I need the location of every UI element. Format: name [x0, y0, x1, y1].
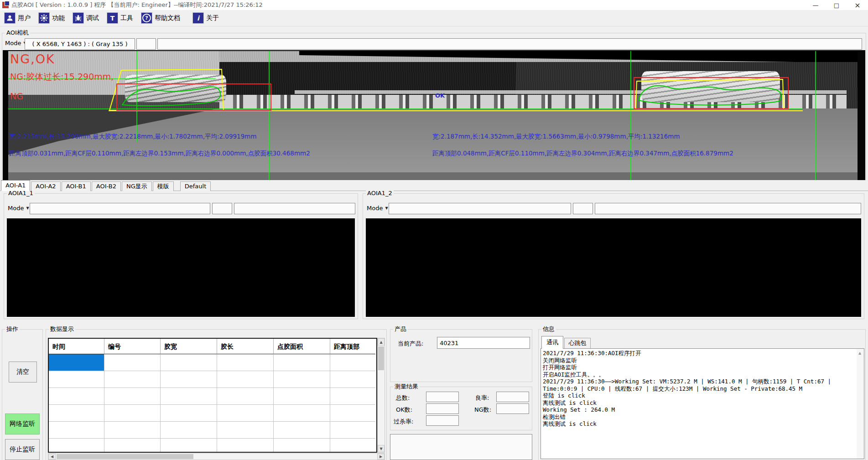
operation-group-label: 操作 [5, 326, 20, 332]
table-cell[interactable] [217, 405, 274, 422]
table-cell[interactable] [274, 422, 330, 439]
column-header-length[interactable]: 胶长 [217, 339, 274, 354]
table-cell[interactable] [274, 371, 330, 388]
tools-button[interactable]: T 工具 [107, 13, 133, 23]
column-header-id[interactable]: 编号 [104, 339, 161, 354]
aoia1-1-mode-dropdown[interactable]: Mode ▼ [8, 205, 29, 212]
scroll-left-icon[interactable]: ◀ [48, 454, 56, 460]
table-cell[interactable] [217, 422, 274, 439]
table-cell[interactable] [49, 371, 104, 388]
aoia1-2-mode-dropdown[interactable]: Mode ▼ [367, 205, 388, 212]
debug-button[interactable]: 调试 [73, 13, 99, 23]
current-product-input[interactable]: 40231 [437, 337, 530, 349]
table-cell[interactable] [330, 354, 375, 371]
table-cell[interactable] [330, 422, 375, 439]
table-cell[interactable] [217, 388, 274, 405]
table-cell[interactable] [104, 422, 161, 439]
table-cell-selected[interactable] [49, 354, 104, 371]
ok-count-field[interactable] [426, 403, 459, 414]
table-cell[interactable] [104, 439, 161, 453]
function-button[interactable]: 功能 [39, 13, 65, 23]
table-cell[interactable] [161, 405, 217, 422]
table-cell[interactable] [330, 388, 375, 405]
stop-listen-button[interactable]: 停止监听 [5, 439, 40, 460]
table-cell[interactable] [217, 354, 274, 371]
chevron-down-icon: ▼ [26, 206, 29, 210]
total-count-field[interactable] [426, 392, 459, 402]
table-cell[interactable] [104, 388, 161, 405]
tab-ng-display[interactable]: NG显示 [122, 181, 152, 191]
column-header-top-dist[interactable]: 距离顶部 [330, 339, 375, 354]
table-cell[interactable] [104, 371, 161, 388]
table-vertical-scrollbar[interactable]: ▲ ▼ [377, 338, 385, 453]
scroll-up-icon[interactable]: ▲ [857, 350, 863, 356]
scrollbar-thumb[interactable] [57, 454, 193, 459]
table-cell[interactable] [217, 439, 274, 453]
table-cell[interactable] [161, 422, 217, 439]
tab-default[interactable]: Default [180, 181, 211, 191]
column-header-area[interactable]: 点胶面积 [274, 339, 330, 354]
log-scrollbar[interactable]: ▲ [857, 349, 864, 459]
table-cell[interactable] [161, 388, 217, 405]
yield-field[interactable] [496, 392, 529, 402]
tab-aoi-a1[interactable]: AOI-A1 [1, 180, 30, 191]
help-button[interactable]: ? 帮助文档 [141, 13, 180, 23]
aoia1-2-field-2[interactable] [573, 203, 593, 214]
aoia1-1-field-3[interactable] [234, 203, 355, 214]
table-cell[interactable] [161, 354, 217, 371]
table-cell[interactable] [49, 422, 104, 439]
table-cell[interactable] [274, 405, 330, 422]
yield-label: 良率: [475, 394, 489, 402]
aoia1-2-field-3[interactable] [595, 203, 861, 214]
ng-count-field[interactable] [496, 403, 529, 414]
table-cell[interactable] [104, 405, 161, 422]
debug-icon [73, 13, 83, 23]
user-button[interactable]: 用户 [5, 13, 31, 23]
table-cell[interactable] [104, 354, 161, 371]
scrollbar-thumb[interactable] [378, 346, 384, 370]
table-cell[interactable] [49, 388, 104, 405]
camera-small-field[interactable] [136, 38, 156, 50]
table-horizontal-scrollbar[interactable]: ◀ ▶ [48, 453, 385, 460]
maximize-button[interactable]: □ [826, 0, 847, 10]
camera-image-view[interactable]: NG,OK NG:胶体过长:15.290mm, NG OK 宽:2.215mm,… [3, 50, 865, 180]
table-cell[interactable] [330, 371, 375, 388]
tab-aoi-b1[interactable]: AOI-B1 [62, 181, 91, 191]
table-cell[interactable] [274, 439, 330, 453]
current-product-label: 当前产品: [398, 340, 423, 348]
column-header-time[interactable]: 时间 [49, 339, 104, 354]
table-cell[interactable] [161, 439, 217, 453]
aoia1-1-mode-label: Mode [8, 205, 24, 212]
overkill-rate-field[interactable] [426, 415, 459, 426]
minimize-button[interactable]: — [805, 0, 826, 10]
camera-long-field[interactable] [157, 38, 862, 50]
tab-aoi-a2[interactable]: AOI-A2 [31, 181, 60, 191]
scroll-down-icon[interactable]: ▼ [378, 445, 385, 452]
comm-log[interactable]: 2021/7/29 11:36:30:AOI程序打开 关闭网络监听 打开网络监听… [541, 348, 864, 459]
aoia1-2-field-1[interactable] [389, 203, 571, 214]
clear-button[interactable]: 清空 [9, 362, 37, 382]
aoia1-1-field-2[interactable] [212, 203, 232, 214]
column-header-width[interactable]: 胶宽 [161, 339, 217, 354]
tab-comm[interactable]: 通讯 [541, 336, 563, 349]
table-cell[interactable] [217, 371, 274, 388]
table-cell[interactable] [330, 405, 375, 422]
tab-aoi-b2[interactable]: AOI-B2 [92, 181, 121, 191]
table-cell[interactable] [49, 405, 104, 422]
table-cell[interactable] [274, 388, 330, 405]
right-measure-line2: 距离顶部0.048mm,距离CF层0.110mm,距离左边界0.304mm,距离… [432, 150, 733, 158]
network-listen-button[interactable]: 网络监听 [5, 413, 40, 434]
scroll-right-icon[interactable]: ▶ [377, 454, 385, 460]
table-cell[interactable] [49, 439, 104, 453]
camera-mode-dropdown[interactable]: Mode ▼ [5, 40, 26, 47]
table-cell[interactable] [274, 354, 330, 371]
close-button[interactable]: × [847, 0, 868, 10]
table-cell[interactable] [330, 439, 375, 453]
about-button[interactable]: i 关于 [193, 13, 219, 23]
table-cell[interactable] [161, 371, 217, 388]
tab-template[interactable]: 模版 [153, 181, 174, 191]
scroll-up-icon[interactable]: ▲ [378, 338, 385, 346]
pixel-readout-field[interactable]: ( X 6568, Y 1463 ) : ( Gray 135 ) [25, 38, 135, 50]
tab-heartbeat[interactable]: 心跳包 [564, 338, 591, 349]
aoia1-1-field-1[interactable] [30, 203, 210, 214]
